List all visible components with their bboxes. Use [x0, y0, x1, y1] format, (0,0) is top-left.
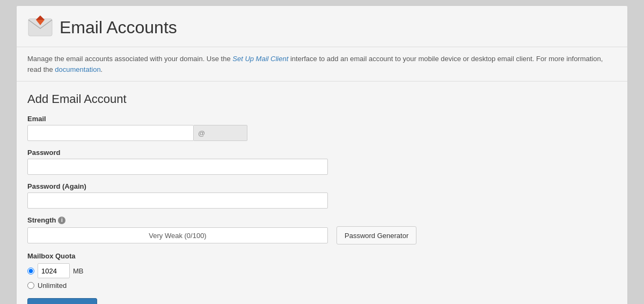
create-account-button[interactable]: Create Account — [27, 298, 97, 304]
documentation-link[interactable]: documentation — [55, 65, 100, 73]
password-group: Password — [27, 149, 617, 175]
page-description: Manage the email accounts associated wit… — [17, 47, 627, 81]
quota-value-input[interactable] — [38, 263, 70, 278]
strength-bar-container: Very Weak (0/100) — [27, 227, 328, 243]
form-title: Add Email Account — [27, 92, 617, 106]
email-domain-display: @ — [194, 125, 247, 141]
strength-info-icon[interactable]: i — [58, 217, 65, 224]
quota-section: Mailbox Quota MB Unlimited — [27, 252, 617, 290]
quota-mb-option: MB — [27, 263, 617, 278]
strength-text: Very Weak (0/100) — [149, 232, 206, 240]
password-again-group: Password (Again) — [27, 182, 617, 209]
password-again-input[interactable] — [27, 192, 328, 209]
page-title: Email Accounts — [60, 18, 177, 38]
form-section: Add Email Account Email @ Password Passw… — [17, 81, 627, 304]
quota-mb-radio[interactable] — [27, 268, 34, 275]
quota-unlimited-option: Unlimited — [27, 281, 617, 290]
password-again-label: Password (Again) — [27, 182, 617, 190]
description-text-before: Manage the email accounts associated wit… — [27, 55, 232, 63]
email-row: @ — [27, 125, 617, 141]
strength-row: Very Weak (0/100) Password Generator — [27, 226, 617, 244]
password-input[interactable] — [27, 159, 328, 175]
quota-unlimited-radio[interactable] — [27, 282, 34, 289]
at-symbol: @ — [198, 129, 205, 137]
svg-marker-2 — [36, 16, 45, 20]
email-icon — [27, 14, 53, 40]
password-label: Password — [27, 149, 617, 157]
email-label: Email — [27, 115, 617, 123]
email-local-input[interactable] — [27, 125, 194, 141]
quota-label: Mailbox Quota — [27, 252, 617, 260]
password-generator-button[interactable]: Password Generator — [336, 226, 416, 244]
unlimited-label[interactable]: Unlimited — [38, 281, 67, 290]
strength-group: Strength i Very Weak (0/100) Password Ge… — [27, 216, 617, 244]
page-container: Email Accounts Manage the email accounts… — [16, 5, 628, 304]
quota-unit: MB — [73, 267, 84, 275]
description-text-after: . — [101, 65, 103, 73]
page-header: Email Accounts — [17, 6, 627, 47]
mail-client-link[interactable]: Set Up Mail Client — [232, 55, 288, 63]
strength-label: Strength — [27, 216, 56, 224]
email-group: Email @ — [27, 115, 617, 141]
strength-label-row: Strength i — [27, 216, 617, 224]
